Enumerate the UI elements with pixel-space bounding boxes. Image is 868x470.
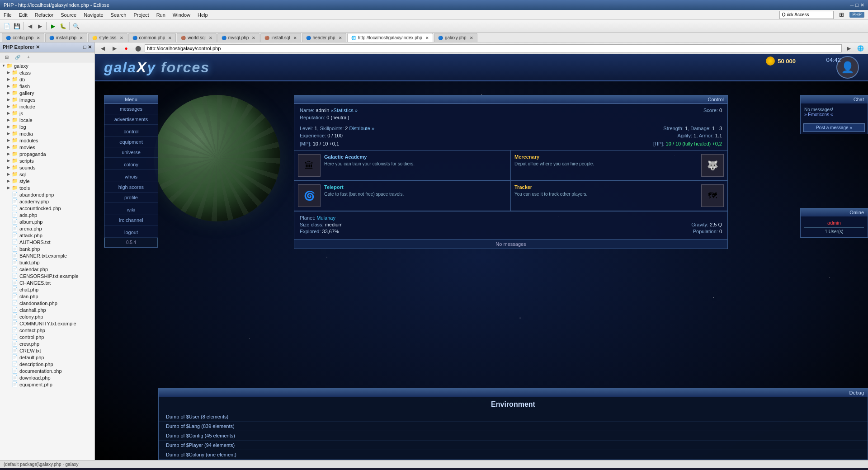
env-item-config[interactable]: Dump of $Config (45 elements) [159, 431, 868, 441]
tree-ads[interactable]: ▶ 📄 ads.php [0, 212, 94, 218]
tree-movies[interactable]: ▶ 📁 movies [0, 144, 94, 150]
tab-install-sql[interactable]: 🟤 install.sql ✕ [260, 33, 301, 42]
chat-post-btn[interactable]: Post a message » [803, 123, 865, 132]
link-editor-btn[interactable]: 🔗 [13, 53, 22, 62]
debug-btn[interactable]: 🐛 [58, 22, 67, 31]
tree-download[interactable]: ▶ 📄 download.php [0, 374, 94, 381]
tree-documentation[interactable]: ▶ 📄 documentation.php [0, 367, 94, 374]
distribute-link[interactable]: Distribute » [349, 126, 374, 131]
menu-universe[interactable]: universe [104, 147, 158, 158]
tree-build[interactable]: ▶ 📄 build.php [0, 259, 94, 266]
tracker-title[interactable]: Tracker [514, 184, 698, 190]
env-item-colony[interactable]: Dump of $Colony (one element) [159, 450, 868, 460]
statistics-link[interactable]: «Statistics » [331, 108, 358, 113]
menu-equipment[interactable]: equipment [104, 137, 158, 147]
menu-run[interactable]: Run [153, 11, 169, 19]
teleport-title[interactable]: Teleport [324, 184, 404, 190]
quick-access-input[interactable] [779, 11, 834, 19]
tab-index-active[interactable]: 🌐 http://localhost/galaxy/index.php ✕ [347, 33, 433, 42]
menu-advertisements[interactable]: advertisements [104, 114, 158, 125]
menu-whois[interactable]: whois [104, 172, 158, 182]
menu-edit[interactable]: Edit [15, 11, 31, 19]
search-toolbar-btn[interactable]: 🔍 [71, 22, 80, 31]
tree-style[interactable]: ▶ 📁 style [0, 178, 94, 184]
collapse-all-btn[interactable]: ⊟ [2, 53, 11, 62]
menu-control[interactable]: control [104, 127, 158, 137]
tree-clandonation[interactable]: ▶ 📄 clandonation.php [0, 300, 94, 306]
tree-arena[interactable]: ▶ 📄 arena.php [0, 225, 94, 232]
tree-academy[interactable]: ▶ 📄 academy.php [0, 198, 94, 205]
tree-colony[interactable]: ▶ 📄 colony.php [0, 313, 94, 320]
menu-colony[interactable]: colony [104, 160, 158, 170]
browser-open-btn[interactable]: 🌐 [856, 44, 865, 53]
menu-project[interactable]: Project [130, 11, 152, 19]
tree-root-galaxy[interactable]: ▼ 📁 galaxy [0, 62, 94, 69]
tab-close-world[interactable]: ✕ [209, 36, 212, 40]
menu-irc[interactable]: irc channel [104, 215, 158, 226]
tree-include[interactable]: ▶ 📁 include [0, 103, 94, 110]
env-item-player[interactable]: Dump of $Player (94 elements) [159, 441, 868, 450]
menu-navigate[interactable]: Navigate [80, 11, 107, 19]
tree-default[interactable]: ▶ 📄 default.php [0, 354, 94, 361]
tree-censorship[interactable]: ▶ 📄 CENSORSHIP.txt.example [0, 273, 94, 279]
tab-header[interactable]: 🔵 header.php ✕ [302, 33, 346, 42]
tree-album[interactable]: ▶ 📄 album.php [0, 218, 94, 225]
tree-propaganda[interactable]: ▶ 📁 propaganda [0, 150, 94, 157]
menu-source[interactable]: Source [57, 11, 80, 19]
academy-title[interactable]: Galactic Academy [324, 154, 415, 160]
tree-images[interactable]: ▶ 📁 images [0, 96, 94, 103]
tree-accountlocked[interactable]: ▶ 📄 accountlocked.php [0, 205, 94, 212]
php-perspective-btn[interactable]: PHP [849, 12, 864, 18]
tree-authors[interactable]: ▶ 📄 AUTHORS.txt [0, 239, 94, 245]
tree-description[interactable]: ▶ 📄 description.php [0, 361, 94, 367]
tab-galaxy[interactable]: 🔵 galaxy.php ✕ [434, 33, 477, 42]
tab-close-common[interactable]: ✕ [168, 36, 172, 40]
url-bar[interactable] [145, 44, 842, 52]
tree-attack[interactable]: ▶ 📄 attack.php [0, 232, 94, 239]
tree-media[interactable]: ▶ 📁 media [0, 130, 94, 137]
tree-calendar[interactable]: ▶ 📄 calendar.php [0, 266, 94, 273]
menu-file[interactable]: File [0, 11, 15, 19]
new-php-btn[interactable]: + [24, 53, 33, 62]
tab-close-galaxy[interactable]: ✕ [470, 36, 473, 40]
menu-help[interactable]: Help [194, 11, 212, 19]
tab-world[interactable]: 🟤 world.sql ✕ [177, 33, 216, 42]
menu-window[interactable]: Window [169, 11, 194, 19]
tree-bank[interactable]: ▶ 📄 bank.php [0, 245, 94, 252]
tree-js[interactable]: ▶ 📁 js [0, 110, 94, 117]
tab-mysql[interactable]: 🔵 mysql.php ✕ [217, 33, 260, 42]
tab-close-style[interactable]: ✕ [120, 36, 123, 40]
browser-back-btn[interactable]: ◀ [98, 44, 107, 53]
tree-sounds[interactable]: ▶ 📁 sounds [0, 164, 94, 171]
tab-common[interactable]: 🔵 common.php ✕ [128, 33, 176, 42]
tree-modules[interactable]: ▶ 📁 modules [0, 137, 94, 144]
minimize-btn[interactable]: ─ [850, 2, 854, 8]
tree-changes[interactable]: ▶ 📄 CHANGES.txt [0, 279, 94, 286]
browser-stop-btn[interactable]: ⬤ [133, 44, 142, 53]
tab-close-install-sql[interactable]: ✕ [293, 36, 297, 40]
menu-search[interactable]: Search [107, 11, 130, 19]
run-btn[interactable]: ▶ [48, 22, 57, 31]
tab-close-config[interactable]: ✕ [37, 36, 40, 40]
tab-close-index[interactable]: ✕ [425, 36, 429, 40]
close-btn[interactable]: ✕ [860, 2, 864, 8]
tab-close-install[interactable]: ✕ [80, 36, 83, 40]
tree-control[interactable]: ▶ 📄 control.php [0, 334, 94, 340]
tree-clan[interactable]: ▶ 📄 clan.php [0, 293, 94, 300]
menu-profile[interactable]: profile [104, 193, 158, 203]
tree-log[interactable]: ▶ 📁 log [0, 123, 94, 130]
sidebar-controls[interactable]: □ ✕ [83, 44, 92, 50]
tree-community[interactable]: ▶ 📄 COMMUNITY.txt.example [0, 320, 94, 327]
tree-equipment[interactable]: ▶ 📄 equipment.php [0, 381, 94, 388]
mercenary-title[interactable]: Mercenary [514, 154, 698, 160]
tree-sql[interactable]: ▶ 📁 sql [0, 171, 94, 178]
menu-messages[interactable]: messages [104, 104, 158, 114]
tree-banner[interactable]: ▶ 📄 BANNER.txt.example [0, 252, 94, 259]
save-btn[interactable]: 💾 [12, 22, 21, 31]
tree-chat[interactable]: ▶ 📄 chat.php [0, 286, 94, 293]
back-btn[interactable]: ◀ [25, 22, 34, 31]
browser-reload-btn[interactable]: ● [122, 44, 131, 53]
tab-style[interactable]: 🟡 style.css ✕ [88, 33, 127, 42]
tree-class[interactable]: ▶ 📁 class [0, 69, 94, 76]
tree-gallery[interactable]: ▶ 📁 gallery [0, 89, 94, 96]
